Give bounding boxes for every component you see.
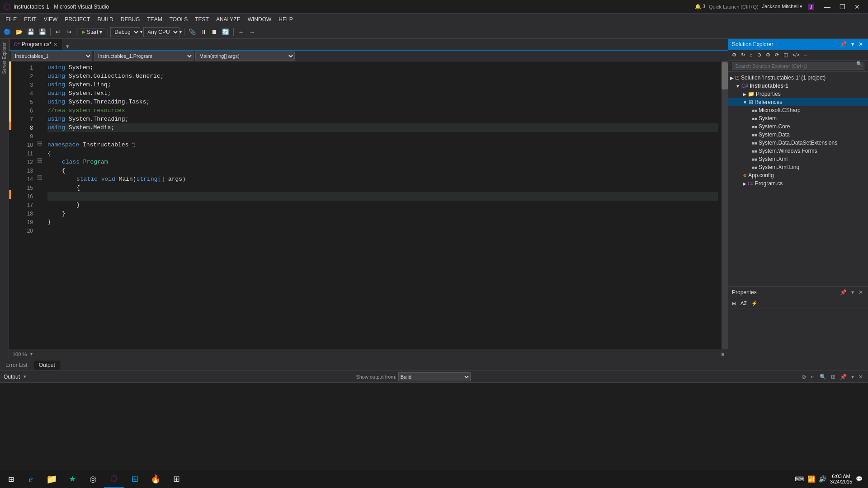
notifications-tray[interactable]: 💬	[856, 476, 863, 482]
start-menu-button[interactable]: ⊞	[2, 470, 20, 488]
server-explorer-strip[interactable]: Server Explorer	[0, 39, 9, 359]
platform-arrow[interactable]: ▾	[179, 29, 182, 34]
editor-scrollbar[interactable]	[722, 61, 728, 349]
undo-button[interactable]: ↩	[53, 28, 63, 36]
se-collapse-button[interactable]: ◫	[782, 51, 790, 59]
stop-button[interactable]: ⏹	[209, 28, 219, 36]
close-button[interactable]: ✕	[850, 2, 864, 11]
open-button[interactable]: 📂	[14, 28, 24, 36]
tree-ref-sysxmllinq[interactable]: ■■ System.Xml.Linq	[728, 163, 868, 171]
minimize-button[interactable]: —	[820, 2, 835, 11]
prop-pin-button[interactable]: 📌	[839, 289, 848, 296]
taskbar-win-tiles[interactable]: ⊞	[125, 470, 145, 488]
scrollbar-thumb[interactable]	[722, 62, 728, 89]
tab-program-cs[interactable]: C# Program.cs* ✕	[9, 39, 62, 50]
menu-team[interactable]: TEAM	[143, 15, 165, 24]
fold-10[interactable]: —	[36, 139, 44, 147]
tree-appconfig[interactable]: ⚙ App.config	[728, 171, 868, 179]
taskbar-store-green[interactable]: ★	[62, 470, 82, 488]
menu-file[interactable]: FILE	[2, 15, 20, 24]
menu-test[interactable]: TEST	[191, 15, 212, 24]
tree-ref-winforms[interactable]: ■■ System.Windows.Forms	[728, 147, 868, 155]
se-props-button[interactable]: ⚙	[730, 51, 738, 59]
code-content[interactable]: using System; using System.Collections.G…	[44, 61, 722, 349]
namespace-dropdown[interactable]: Instructables_1	[11, 52, 92, 61]
se-settings-button[interactable]: ⚙	[764, 51, 772, 59]
start-dropdown-arrow[interactable]: ▾	[99, 29, 102, 35]
save-all-button[interactable]: 💾	[37, 28, 48, 36]
output-dropdown-btn[interactable]: ▾	[24, 374, 26, 380]
taskbar-vs[interactable]: ⬡	[104, 470, 124, 488]
prop-events-button[interactable]: ⚡	[750, 300, 760, 307]
tree-properties[interactable]: ▶ 📁 Properties	[728, 90, 868, 98]
maximize-button[interactable]: ❐	[835, 2, 850, 11]
navigate-back-button[interactable]: ←	[236, 28, 246, 36]
project-node[interactable]: ▼ C# Instructables-1	[728, 82, 868, 90]
taskbar-app5[interactable]: 🔥	[146, 470, 165, 488]
prop-category-button[interactable]: ⊞	[730, 300, 738, 307]
prop-alpha-button[interactable]: AZ	[739, 300, 749, 307]
se-close-button[interactable]: ✕	[857, 41, 864, 48]
menu-window[interactable]: WINDOW	[244, 15, 275, 24]
tree-programcs[interactable]: ▶ C# Program.cs	[728, 179, 868, 188]
fold-14[interactable]: —	[36, 173, 44, 182]
se-refresh-button[interactable]: ↻	[739, 51, 747, 59]
start-button[interactable]: ▶ Start ▾	[79, 28, 105, 36]
fold-btn-14[interactable]: —	[38, 175, 42, 180]
se-code-button[interactable]: </>	[791, 51, 802, 59]
se-dropdown-button[interactable]: ▾	[850, 41, 855, 48]
restart-button[interactable]: 🔄	[220, 28, 231, 36]
redo-button[interactable]: ↪	[64, 28, 74, 36]
output-pin-button[interactable]: 📌	[839, 373, 848, 380]
se-sync-button[interactable]: ⟳	[773, 51, 781, 59]
se-file-nesting-button[interactable]: ≡	[802, 51, 809, 59]
config-dropdown[interactable]: Debug	[110, 27, 140, 37]
tree-ref-sysxml[interactable]: ■■ System.Xml	[728, 155, 868, 163]
se-search-input[interactable]	[732, 62, 864, 70]
menu-debug[interactable]: DEBUG	[117, 15, 144, 24]
output-source-dropdown[interactable]: Build	[398, 372, 471, 381]
output-wrap-button[interactable]: ↵	[809, 373, 816, 380]
se-home-button[interactable]: ⌂	[748, 51, 755, 59]
tree-ref-systemdatads[interactable]: ■■ System.Data.DataSetExtensions	[728, 139, 868, 147]
member-dropdown[interactable]: Main(string[] args)	[195, 52, 295, 61]
menu-help[interactable]: HELP	[275, 15, 296, 24]
menu-edit[interactable]: EDIT	[20, 15, 40, 24]
zoom-level[interactable]: 100 %	[13, 352, 27, 357]
error-list-tab[interactable]: Error List	[0, 361, 33, 370]
output-dropdown-ctrl[interactable]: ▾	[850, 373, 855, 380]
menu-view[interactable]: VIEW	[40, 15, 61, 24]
platform-dropdown[interactable]: Any CPU	[143, 27, 179, 37]
output-clear-button[interactable]: ⊘	[800, 373, 807, 380]
menu-tools[interactable]: TOOLS	[166, 15, 191, 24]
se-search-icon[interactable]: 🔍	[856, 61, 863, 67]
notifications-icon[interactable]: 🔔 3	[695, 4, 705, 9]
se-pin-button[interactable]: 📌	[839, 41, 848, 48]
zoom-arrow[interactable]: ▾	[30, 352, 33, 357]
menu-analyze[interactable]: ANALYZE	[212, 15, 244, 24]
fold-btn-10[interactable]: —	[38, 141, 42, 145]
new-project-button[interactable]: 🔵	[2, 28, 13, 36]
class-dropdown[interactable]: Instructables_1.Program	[94, 52, 193, 61]
taskbar-explorer[interactable]: 📁	[42, 470, 61, 488]
fold-btn-12[interactable]: —	[38, 158, 42, 163]
taskbar-ie[interactable]: e	[21, 470, 41, 488]
output-find-button[interactable]: 🔍	[818, 373, 828, 380]
tree-ref-system[interactable]: ■■ System	[728, 114, 868, 122]
server-explorer-label[interactable]: Server Explorer	[2, 42, 7, 74]
output-copy-button[interactable]: ⊞	[830, 373, 837, 380]
solution-node[interactable]: ▶ ⊡ Solution 'Instructables-1' (1 projec…	[728, 74, 868, 82]
fold-12[interactable]: —	[36, 156, 44, 164]
tree-ref-systemdata[interactable]: ■■ System.Data	[728, 131, 868, 139]
menu-build[interactable]: BUILD	[94, 15, 117, 24]
tab-close-button[interactable]: ✕	[53, 42, 57, 47]
tree-ref-systemcore[interactable]: ■■ System.Core	[728, 122, 868, 131]
prop-close-button[interactable]: ✕	[857, 289, 864, 296]
tab-expand-button[interactable]: ▾	[64, 43, 71, 50]
pause-button[interactable]: ⏸	[198, 28, 208, 36]
menu-project[interactable]: PROJECT	[61, 15, 94, 24]
quick-launch[interactable]: Quick Launch (Ctrl+Q)	[709, 4, 759, 9]
tree-ref-mscsharp[interactable]: ■■ Microsoft.CSharp	[728, 106, 868, 114]
taskbar-chrome[interactable]: ◎	[83, 470, 103, 488]
taskbar-app6[interactable]: ⊞	[166, 470, 186, 488]
